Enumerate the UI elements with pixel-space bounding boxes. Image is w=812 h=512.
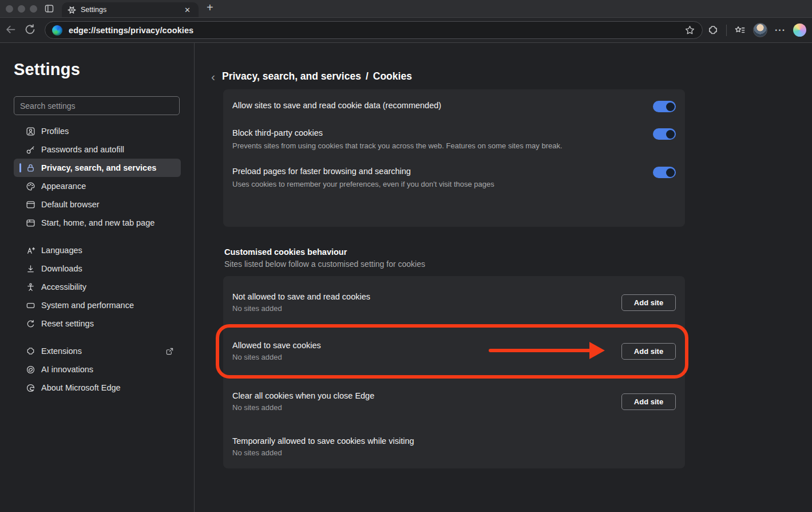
back-button-icon[interactable]: [5, 23, 17, 36]
breadcrumb-back-icon[interactable]: ‹: [211, 70, 215, 82]
window-maximize-button[interactable]: [30, 5, 37, 13]
url-text: edge://settings/privacy/cookies: [69, 26, 684, 35]
sidebar-item-languages[interactable]: Languages: [14, 241, 181, 259]
edge-logo-icon: [52, 25, 62, 36]
breadcrumb-parent[interactable]: Privacy, search, and services: [222, 70, 361, 82]
sidebar-item-profiles[interactable]: Profiles: [14, 122, 181, 140]
sidebar-item-appearance[interactable]: Appearance: [14, 177, 181, 195]
sidebar-item-label: About Microsoft Edge: [41, 383, 121, 392]
sidebar-item-reset-settings[interactable]: Reset settings: [14, 314, 181, 333]
custom-cookies-heading: Customised cookies behaviour: [224, 247, 347, 257]
breadcrumb: ‹ Privacy, search, and services / Cookie…: [211, 70, 412, 82]
row-title: Not allowed to save and read cookies: [232, 292, 370, 301]
tab-strip: Settings ✕ +: [0, 0, 812, 17]
sidebar-item-label: Languages: [41, 246, 82, 255]
sidebar-item-label: AI innovations: [41, 365, 93, 374]
setting-description: Uses cookies to remember your preference…: [232, 180, 676, 188]
toggle-block-third-party[interactable]: [653, 128, 676, 140]
lock-icon: [26, 163, 35, 173]
sidebar-item-label: Privacy, search, and services: [41, 163, 156, 172]
palette-icon: [26, 182, 35, 191]
reset-icon: [26, 319, 35, 329]
new-tab-page-icon: [26, 218, 35, 228]
accessibility-icon: [26, 282, 35, 292]
setting-row-block-third-party: Block third-party cookies Prevents sites…: [232, 128, 676, 150]
sidebar-nav: Profiles Passwords and autofill Privacy,…: [14, 122, 181, 397]
sidebar-title: Settings: [14, 60, 80, 79]
edge-browser-window: Settings ✕ + edge://settings/privacy/coo…: [0, 0, 812, 512]
custom-cookies-card: Not allowed to save and read cookies No …: [223, 276, 685, 468]
tab-close-icon[interactable]: ✕: [182, 5, 193, 15]
setting-title: Allow sites to save and read cookie data…: [232, 101, 676, 110]
toggle-allow-cookies[interactable]: [653, 101, 676, 112]
row-status: No sites added: [232, 304, 370, 313]
sidebar-item-privacy[interactable]: Privacy, search, and services: [14, 159, 181, 177]
extensions-icon[interactable]: [707, 25, 719, 36]
sidebar-item-ai-innovations[interactable]: AI innovations: [14, 360, 181, 379]
row-clear-on-close: Clear all cookies when you close Edge No…: [232, 384, 676, 419]
favorites-hub-icon[interactable]: [734, 25, 746, 36]
settings-sidebar: Settings Profiles Passwords and autofill…: [0, 43, 195, 512]
window-minimize-button[interactable]: [18, 5, 25, 13]
sidebar-item-start-home[interactable]: Start, home, and new tab page: [14, 214, 181, 232]
sidebar-item-accessibility[interactable]: Accessibility: [14, 278, 181, 296]
monitor-icon: [26, 301, 35, 310]
setting-row-preload-pages: Preload pages for faster browsing and se…: [232, 167, 676, 188]
browser-tab-settings[interactable]: Settings ✕: [62, 2, 199, 17]
key-icon: [26, 145, 35, 155]
sidebar-item-system-performance[interactable]: System and performance: [14, 296, 181, 314]
toggle-knob: [666, 130, 675, 139]
row-temporarily-allowed: Temporarily allowed to save cookies whil…: [232, 430, 676, 464]
external-link-icon: [165, 347, 174, 356]
sidebar-item-passwords[interactable]: Passwords and autofill: [14, 140, 181, 159]
reload-button-icon[interactable]: [24, 23, 36, 36]
extensions-icon: [26, 346, 35, 356]
sidebar-item-label: Passwords and autofill: [41, 145, 124, 154]
toggle-preload-pages[interactable]: [653, 167, 676, 178]
window-controls: [6, 5, 37, 13]
favorite-star-icon[interactable]: [684, 25, 695, 36]
sidebar-item-default-browser[interactable]: Default browser: [14, 195, 181, 214]
row-status: No sites added: [232, 403, 374, 412]
sidebar-item-downloads[interactable]: Downloads: [14, 259, 181, 278]
sidebar-item-label: Reset settings: [41, 319, 94, 328]
sidebar-item-extensions[interactable]: Extensions: [14, 342, 181, 360]
sidebar-item-label: System and performance: [41, 301, 134, 310]
custom-cookies-subheading: Sites listed below follow a customised s…: [224, 259, 425, 269]
search-settings-input[interactable]: [14, 96, 180, 115]
sidebar-item-label: Appearance: [41, 182, 86, 191]
toolbar-right-icons: ···: [707, 21, 806, 39]
add-site-button-allow[interactable]: Add site: [621, 343, 676, 360]
sidebar-item-label: Downloads: [41, 264, 82, 273]
new-tab-button[interactable]: +: [207, 1, 213, 14]
profiles-icon: [26, 127, 35, 136]
tab-actions-menu-icon[interactable]: [44, 3, 54, 14]
row-allowed: Allowed to save cookies No sites added A…: [232, 334, 676, 368]
profile-avatar[interactable]: [753, 23, 767, 37]
setting-description: Prevents sites from using cookies that t…: [232, 141, 676, 150]
copilot-icon[interactable]: [793, 23, 806, 37]
window-close-button[interactable]: [6, 5, 13, 13]
setting-title: Block third-party cookies: [232, 128, 676, 137]
add-site-button-clear[interactable]: Add site: [621, 393, 676, 410]
gear-icon: [68, 6, 76, 14]
ai-innovations-icon: [26, 365, 35, 375]
more-menu-icon[interactable]: ···: [775, 21, 786, 39]
row-status: No sites added: [232, 448, 414, 457]
address-bar[interactable]: edge://settings/privacy/cookies: [45, 21, 703, 39]
tab-title: Settings: [81, 6, 182, 14]
row-not-allowed: Not allowed to save and read cookies No …: [232, 286, 676, 318]
browser-window-icon: [26, 200, 35, 210]
sidebar-item-label: Extensions: [41, 346, 82, 356]
setting-title: Preload pages for faster browsing and se…: [232, 167, 676, 176]
sidebar-item-label: Accessibility: [41, 282, 86, 292]
add-site-button-block[interactable]: Add site: [621, 294, 676, 311]
sidebar-item-label: Start, home, and new tab page: [41, 218, 155, 227]
toggle-knob: [666, 168, 675, 177]
breadcrumb-separator: /: [366, 70, 369, 82]
row-title: Clear all cookies when you close Edge: [232, 391, 374, 400]
edge-logo-icon: [26, 383, 35, 393]
sidebar-item-about-edge[interactable]: About Microsoft Edge: [14, 379, 181, 397]
sidebar-item-label: Default browser: [41, 200, 100, 209]
toolbar-separator: [726, 25, 727, 36]
